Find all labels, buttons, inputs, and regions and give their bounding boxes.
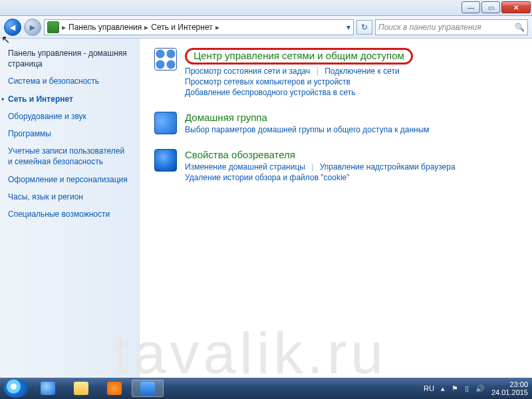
breadcrumb-sep-icon: ▸ (144, 23, 148, 32)
breadcrumb-sep-icon: ▸ (62, 23, 66, 32)
sidebar-item-accessibility[interactable]: Специальные возможности (8, 209, 131, 219)
sidebar-item-accounts[interactable]: Учетные записи пользователей и семейная … (8, 146, 131, 167)
section-title-network-center[interactable]: Центр управления сетями и общим доступом (185, 48, 413, 65)
tray-language[interactable]: RU (424, 384, 434, 392)
breadcrumb-level1[interactable]: Сеть и Интернет (151, 23, 212, 32)
minimize-button[interactable]: — (462, 1, 480, 13)
breadcrumb-sep-icon: ▸ (215, 23, 219, 32)
taskbar-app-wmp[interactable] (98, 380, 130, 397)
window-body: Панель управления - домашняя страница Си… (0, 39, 532, 378)
link-view-devices[interactable]: Просмотр сетевых компьютеров и устройств (185, 77, 350, 86)
tray-clock[interactable]: 23:00 24.01.2015 (491, 380, 528, 396)
sidebar-item-programs[interactable]: Программы (8, 128, 131, 139)
link-delete-history[interactable]: Удаление истории обзора и файлов "cookie… (185, 173, 350, 182)
link-manage-addons[interactable]: Управление надстройками браузера (320, 162, 456, 172)
watermark-text: tavalik.ru (113, 319, 387, 387)
back-button[interactable]: ◄ (4, 19, 21, 36)
taskbar: RU ▴ ⚑ ▯ 🔊 23:00 24.01.2015 (0, 378, 532, 399)
tray-flag-icon[interactable]: ⚑ (452, 384, 458, 393)
link-divider: | (317, 66, 319, 76)
section-network-center: Центр управления сетями и общим доступом… (154, 48, 517, 98)
close-button[interactable]: ✕ (501, 1, 531, 13)
section-title-internet-options[interactable]: Свойства обозревателя (185, 149, 456, 160)
navigation-bar: ◄ ► ▸ Панель управления ▸ Сеть и Интерне… (0, 16, 532, 39)
tray-date: 24.01.2015 (491, 388, 528, 396)
tray-time: 23:00 (491, 380, 528, 388)
sidebar-item-system[interactable]: Система и безопасность (8, 76, 131, 86)
sidebar: Панель управления - домашняя страница Си… (0, 39, 140, 378)
section-title-homegroup[interactable]: Домашняя группа (185, 112, 430, 123)
address-dropdown-icon[interactable]: ▾ (346, 23, 350, 32)
system-tray: RU ▴ ⚑ ▯ 🔊 23:00 24.01.2015 (424, 380, 528, 396)
link-view-status[interactable]: Просмотр состояния сети и задач (185, 66, 310, 76)
window-titlebar: — ▭ ✕ (0, 0, 532, 16)
address-bar[interactable]: ▸ Панель управления ▸ Сеть и Интернет ▸ … (44, 19, 354, 35)
link-add-wireless[interactable]: Добавление беспроводного устройства в се… (185, 88, 356, 97)
taskbar-app-ie[interactable] (32, 380, 64, 397)
start-button[interactable] (4, 379, 28, 398)
homegroup-icon (154, 112, 177, 134)
link-divider: | (311, 162, 313, 172)
tray-show-hidden-icon[interactable]: ▴ (441, 384, 445, 393)
refresh-button[interactable]: ↻ (356, 20, 372, 35)
maximize-button[interactable]: ▭ (481, 1, 500, 13)
section-homegroup: Домашняя группа Выбор параметров домашне… (154, 112, 517, 136)
section-internet-options: Свойства обозревателя Изменение домашней… (154, 149, 517, 184)
tray-network-icon[interactable]: ▯ (465, 384, 469, 393)
link-connect-network[interactable]: Подключение к сети (325, 66, 399, 76)
search-input[interactable]: Поиск в панели управления 🔍 (375, 19, 528, 35)
sidebar-home-link[interactable]: Панель управления - домашняя страница (8, 48, 131, 69)
search-placeholder: Поиск в панели управления (378, 23, 481, 32)
sidebar-item-network[interactable]: Сеть и Интернет (8, 94, 131, 104)
breadcrumb-root[interactable]: Панель управления (68, 23, 142, 32)
internet-options-icon (154, 149, 177, 172)
network-center-icon (154, 48, 177, 70)
sidebar-item-appearance[interactable]: Оформление и персонализация (8, 174, 131, 185)
control-panel-icon (47, 21, 59, 33)
sidebar-item-clock[interactable]: Часы, язык и регион (8, 192, 131, 202)
forward-button[interactable]: ► (24, 19, 41, 36)
search-icon[interactable]: 🔍 (515, 23, 525, 32)
sidebar-item-hardware[interactable]: Оборудование и звук (8, 111, 131, 122)
taskbar-app-explorer[interactable] (65, 380, 97, 397)
link-change-homepage[interactable]: Изменение домашней страницы (185, 162, 305, 172)
tray-volume-icon[interactable]: 🔊 (475, 384, 485, 393)
taskbar-app-control-panel[interactable] (132, 380, 164, 397)
content-area: Центр управления сетями и общим доступом… (140, 39, 532, 378)
link-homegroup-settings[interactable]: Выбор параметров домашней группы и общег… (185, 125, 430, 134)
